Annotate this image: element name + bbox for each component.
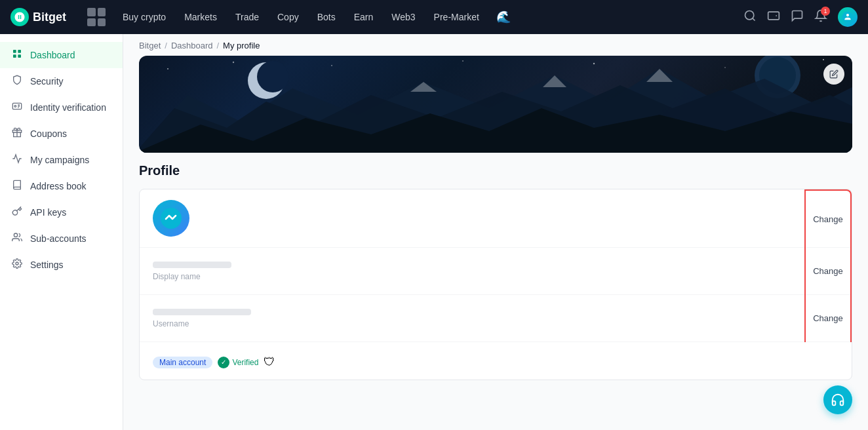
wave-emoji: 🌊 [496,10,511,24]
breadcrumb-bitget[interactable]: Bitget [139,41,161,50]
banner-edit-button[interactable] [823,64,844,85]
username-value [153,309,251,315]
sidebar-item-label: Dashboard [30,50,75,60]
change-panel-username: Change [804,294,852,342]
avatar-container [153,200,189,237]
display-name-value [153,262,231,268]
sidebar-item-label: Sub-accounts [30,233,87,244]
svg-point-14 [462,60,464,62]
top-navigation: Bitget Buy crypto Markets Trade Copy Bot… [0,0,868,34]
nav-bots[interactable]: Bots [316,9,337,25]
sidebar-item-address-book[interactable]: Address book [0,173,123,199]
sidebar-item-settings[interactable]: Settings [0,252,123,278]
badge-row: Main account ✓ Verified 🛡 [153,355,275,369]
message-icon[interactable] [791,9,804,26]
display-name-row: Display name Change [140,248,852,295]
identity-icon [10,101,24,114]
svg-rect-4 [18,50,21,53]
sidebar-item-api-keys[interactable]: API keys [0,199,123,225]
settings-icon [10,258,24,271]
nav-trade[interactable]: Trade [234,9,260,25]
avatar-row: Change [140,189,852,248]
sidebar-item-sub-accounts[interactable]: Sub-accounts [0,225,123,252]
address-book-icon [10,180,24,193]
display-name-label: Display name [153,272,838,281]
logo-icon [10,8,29,26]
svg-point-11 [167,68,168,69]
change-display-name-button[interactable]: Change [805,261,851,281]
profile-title: Profile [139,163,852,178]
security-icon [10,75,24,88]
change-panel-middle: Change [804,247,852,295]
svg-point-19 [257,61,288,92]
notification-icon[interactable]: 1 [814,9,827,26]
sidebar-item-label: API keys [30,207,66,218]
nav-earn[interactable]: Earn [353,9,375,25]
profile-card: Change Display name Change [139,189,852,380]
support-button[interactable] [823,385,852,414]
user-avatar[interactable] [838,7,858,27]
wallet-icon[interactable] [767,9,780,26]
svg-point-0 [745,10,754,19]
nav-web3[interactable]: Web3 [390,9,416,25]
sidebar-item-security[interactable]: Security [0,68,123,94]
change-panel-top: Change [804,189,852,248]
main-content: Bitget / Dashboard / My profile [123,34,868,430]
profile-section: Profile Change [123,153,868,391]
app-name: Bitget [33,10,66,24]
main-layout: Dashboard Security Identity verification [0,34,868,430]
badges-row: Main account ✓ Verified 🛡 [140,342,852,380]
verified-badge: ✓ Verified [218,357,258,368]
svg-point-8 [14,106,16,108]
svg-point-15 [593,63,595,64]
main-account-badge: Main account [153,357,212,368]
dashboard-icon [10,49,24,62]
username-label: Username [153,319,838,328]
sidebar-item-label: Address book [30,181,87,191]
sidebar-item-dashboard[interactable]: Dashboard [0,42,123,68]
notification-badge: 1 [821,7,830,16]
nav-copy[interactable]: Copy [276,9,300,25]
sub-accounts-icon [10,232,24,245]
breadcrumb-dashboard[interactable]: Dashboard [171,41,213,50]
nav-pre-market[interactable]: Pre-Market [433,9,481,25]
svg-point-12 [233,62,234,63]
sidebar-item-label: Identity verification [30,102,106,113]
svg-point-2 [842,12,854,23]
sidebar-item-label: My campaigns [30,155,89,165]
breadcrumb-current: My profile [223,41,260,50]
svg-point-16 [724,67,726,68]
sidebar: Dashboard Security Identity verification [0,34,123,430]
campaigns-icon [10,153,24,166]
sidebar-item-label: Settings [30,260,64,270]
username-row: Username Change [140,295,852,342]
app-logo[interactable]: Bitget [10,8,66,26]
verified-check-icon: ✓ [218,357,229,368]
profile-banner [139,56,852,153]
search-icon[interactable] [743,9,757,26]
change-username-button[interactable]: Change [805,308,851,328]
banner-background [139,56,852,153]
nav-markets[interactable]: Markets [183,9,218,25]
nav-buy-crypto[interactable]: Buy crypto [121,9,167,25]
breadcrumb: Bitget / Dashboard / My profile [123,34,868,56]
coupons-icon [10,127,24,140]
sidebar-item-label: Coupons [30,128,67,139]
svg-rect-1 [768,12,779,20]
svg-rect-5 [13,54,16,58]
svg-point-10 [16,262,18,265]
sidebar-item-campaigns[interactable]: My campaigns [0,147,123,173]
change-avatar-button[interactable]: Change [805,209,851,229]
sidebar-item-coupons[interactable]: Coupons [0,121,123,147]
sidebar-item-label: Security [30,76,64,87]
api-keys-icon [10,206,24,219]
sidebar-item-identity[interactable]: Identity verification [0,94,123,121]
svg-rect-3 [13,50,16,53]
shield-emoji: 🛡 [264,355,275,369]
nav-right-actions: 1 [743,7,858,27]
svg-point-13 [331,65,332,66]
svg-point-9 [14,233,17,237]
grid-menu-icon[interactable] [87,8,106,26]
profile-avatar [153,200,189,237]
svg-point-17 [823,59,824,60]
